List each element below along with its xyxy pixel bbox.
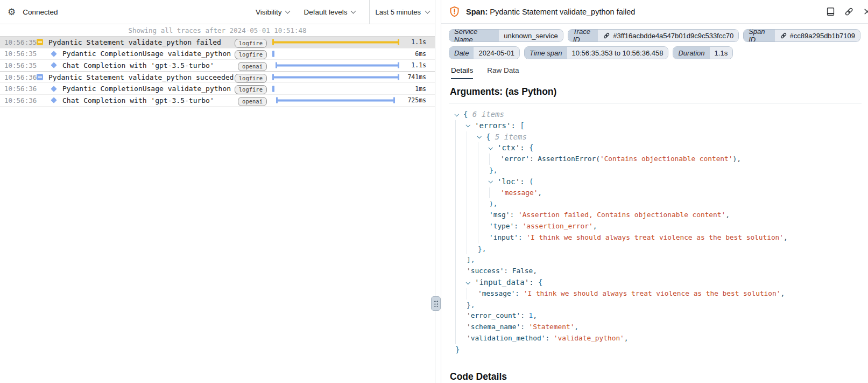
- code-token: :: [520, 142, 529, 154]
- code-line: { 5 items: [449, 131, 862, 143]
- code-token: :: [520, 322, 528, 333]
- attribute-badge-service-name: Service Nameunknown_service: [449, 29, 563, 42]
- indent-guide: [455, 120, 467, 131]
- indent-guide: [478, 221, 489, 232]
- badge-value: 2024-05-01: [474, 47, 519, 59]
- indent-guide: [455, 277, 467, 288]
- close-icon[interactable]: [862, 6, 868, 17]
- indent-guide: [455, 198, 467, 210]
- badge-row-2: Date2024-05-01Time span10:56:35.353 to 1…: [449, 46, 860, 59]
- trace-row-label: Pydantic Statement validate_python faile…: [48, 38, 235, 46]
- duration-bar-track: [272, 72, 399, 83]
- trace-row-duration: 6ms: [399, 50, 435, 58]
- code-token: {: [486, 131, 495, 143]
- trace-row-tag[interactable]: openai: [238, 60, 267, 71]
- code-line: },: [449, 300, 862, 311]
- trace-row[interactable]: 10:56:35Pydantic Statement validate_pyth…: [0, 37, 435, 48]
- visibility-dropdown[interactable]: Visibility: [256, 8, 290, 16]
- trace-row-timestamp: 10:56:35: [0, 38, 33, 46]
- trace-row-tag[interactable]: logfire: [235, 48, 267, 59]
- trace-row-timestamp: 10:56:35: [0, 61, 33, 69]
- time-range-dropdown[interactable]: Last 5 minutes: [369, 0, 435, 24]
- code-line: 'message',: [449, 187, 862, 199]
- code-token: :: [511, 120, 520, 131]
- expander-chevron-icon[interactable]: [467, 277, 475, 288]
- link-icon[interactable]: [844, 6, 854, 17]
- visibility-dropdown-label: Visibility: [256, 8, 282, 16]
- collapse-toggle-icon[interactable]: [36, 39, 44, 45]
- trace-row[interactable]: 10:56:36Pydantic CompletionUsage validat…: [0, 83, 435, 95]
- badge-label: Span ID: [744, 30, 774, 41]
- attribute-badge-span-id[interactable]: Span ID#cc89a295db1b7109: [743, 29, 860, 42]
- indent-guide: [467, 187, 478, 199]
- span-header-actions: [825, 0, 868, 23]
- indent-guide: [467, 154, 478, 165]
- expander-chevron-icon[interactable]: [489, 176, 497, 187]
- code-token: 'ctx': [497, 142, 520, 154]
- trace-row[interactable]: 10:56:36Pydantic Statement validate_pyth…: [0, 72, 435, 83]
- tag-pill: logfire: [235, 39, 267, 48]
- trace-row-tag[interactable]: openai: [238, 95, 267, 106]
- code-token: 'Assertion failed, Contains objectionabl…: [518, 210, 725, 221]
- code-token: ,: [574, 322, 578, 333]
- code-token: ,: [538, 187, 542, 199]
- code-token: ),: [489, 198, 497, 210]
- code-token: 'message': [478, 288, 515, 300]
- code-token: {: [529, 142, 533, 154]
- trace-row-timestamp: 10:56:36: [0, 96, 33, 105]
- code-token: 'loc': [497, 176, 520, 187]
- default-levels-dropdown[interactable]: Default levels: [304, 8, 355, 16]
- expander-chevron-icon[interactable]: [467, 120, 475, 131]
- indent-guide: [455, 131, 467, 143]
- trace-row[interactable]: 10:56:35Chat Completion with 'gpt-3.5-tu…: [0, 60, 435, 72]
- trace-row-tag[interactable]: logfire: [235, 37, 267, 47]
- indent-guide: [455, 142, 467, 154]
- indent-guide: [455, 154, 467, 165]
- expander-chevron-icon[interactable]: [478, 131, 486, 143]
- tab-details[interactable]: Details: [451, 66, 473, 79]
- duration-bar-track: [272, 60, 399, 71]
- duration-bar-track: [272, 48, 399, 60]
- gear-icon[interactable]: ⚙: [8, 8, 16, 17]
- code-token: 'schema_name': [467, 322, 520, 333]
- code-line: 'validation_method': 'validate_python',: [449, 333, 862, 344]
- code-token: ),: [732, 154, 740, 165]
- indent-guide: [489, 154, 500, 165]
- indent-guide: [467, 142, 478, 154]
- span-diamond-icon: [50, 52, 58, 56]
- indent-guide: [467, 243, 478, 255]
- code-token: },: [467, 300, 475, 311]
- code-token: 6 items: [472, 109, 504, 120]
- code-token: :: [514, 221, 522, 232]
- indent-guide: [455, 310, 467, 322]
- trace-row[interactable]: 10:56:36Chat Completion with 'gpt-3.5-tu…: [0, 95, 435, 107]
- trace-row[interactable]: 10:56:35Pydantic CompletionUsage validat…: [0, 48, 435, 60]
- chevron-down-icon: [425, 8, 431, 13]
- code-token: [: [520, 120, 524, 131]
- trace-row-label: Chat Completion with 'gpt-3.5-turbo': [62, 61, 238, 69]
- indent-guide: [455, 176, 467, 187]
- panel-splitter-handle[interactable]: [431, 296, 441, 311]
- indent-guide: [478, 154, 489, 165]
- code-line: 'error_count': 1,: [449, 310, 862, 322]
- collapse-toggle-icon[interactable]: [36, 74, 44, 80]
- expander-chevron-icon[interactable]: [455, 109, 463, 120]
- tag-pill: logfire: [235, 50, 267, 59]
- indent-guide: [467, 165, 478, 176]
- badge-value: #cc89a295db1b7109: [775, 30, 860, 41]
- badge-label: Service Name: [449, 30, 499, 41]
- code-token: : AssertionError(: [530, 154, 600, 165]
- tab-raw-data[interactable]: Raw Data: [487, 66, 519, 79]
- code-token: 'assertion_error': [523, 221, 593, 232]
- trace-row-tag[interactable]: logfire: [235, 72, 267, 82]
- code-token: 'Statement': [529, 322, 575, 333]
- code-line: 'type': 'assertion_error',: [449, 221, 862, 232]
- trace-row-tag[interactable]: logfire: [235, 83, 267, 94]
- expander-chevron-icon[interactable]: [489, 142, 497, 154]
- code-token: },: [478, 243, 486, 255]
- code-token: 'I think we should always treat violence…: [526, 232, 784, 243]
- attribute-badge-trace-id[interactable]: Trace ID#3ff16acbdde4a547b01d9c9c533fcc7…: [568, 29, 739, 42]
- trace-row-label: Chat Completion with 'gpt-3.5-turbo': [62, 96, 238, 105]
- journal-icon[interactable]: [825, 6, 836, 17]
- arguments-heading: Arguments: (as Python): [450, 86, 868, 98]
